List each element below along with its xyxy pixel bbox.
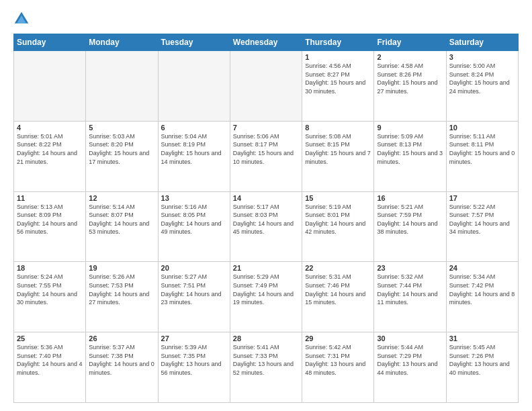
day-info: Sunrise: 5:39 AMSunset: 7:35 PMDaylight:…: [161, 343, 227, 377]
day-info: Sunrise: 5:34 AMSunset: 7:42 PMDaylight:…: [449, 273, 515, 306]
day-info: Sunrise: 5:11 AMSunset: 8:11 PMDaylight:…: [449, 132, 515, 166]
calendar-cell: 30Sunrise: 5:44 AMSunset: 7:29 PMDayligh…: [374, 332, 446, 403]
calendar-cell: 6Sunrise: 5:04 AMSunset: 8:19 PMDaylight…: [158, 121, 230, 191]
day-info: Sunrise: 5:16 AMSunset: 8:05 PMDaylight:…: [161, 203, 227, 236]
calendar-cell: 9Sunrise: 5:09 AMSunset: 8:13 PMDaylight…: [374, 121, 446, 191]
calendar-header-row: SundayMondayTuesdayWednesdayThursdayFrid…: [14, 34, 519, 51]
calendar-cell: [14, 51, 86, 122]
day-number: 24: [449, 264, 515, 272]
logo-icon: [13, 11, 30, 27]
day-info: Sunrise: 5:06 AMSunset: 8:17 PMDaylight:…: [233, 132, 299, 166]
calendar-table: SundayMondayTuesdayWednesdayThursdayFrid…: [13, 34, 519, 403]
day-info: Sunrise: 5:26 AMSunset: 7:53 PMDaylight:…: [89, 273, 154, 306]
calendar-week-1: 1Sunrise: 4:56 AMSunset: 8:27 PMDaylight…: [14, 51, 519, 122]
day-info: Sunrise: 4:58 AMSunset: 8:26 PMDaylight:…: [377, 62, 443, 95]
calendar-cell: 19Sunrise: 5:26 AMSunset: 7:53 PMDayligh…: [86, 262, 158, 332]
col-header-thursday: Thursday: [302, 34, 374, 51]
day-number: 13: [161, 194, 227, 202]
calendar-cell: 5Sunrise: 5:03 AMSunset: 8:20 PMDaylight…: [86, 121, 158, 191]
calendar-cell: 4Sunrise: 5:01 AMSunset: 8:22 PMDaylight…: [14, 121, 86, 191]
col-header-monday: Monday: [86, 34, 158, 51]
calendar-cell: 15Sunrise: 5:19 AMSunset: 8:01 PMDayligh…: [302, 191, 374, 262]
day-info: Sunrise: 5:37 AMSunset: 7:38 PMDaylight:…: [89, 343, 154, 377]
day-number: 25: [17, 334, 83, 342]
calendar-cell: 16Sunrise: 5:21 AMSunset: 7:59 PMDayligh…: [374, 191, 446, 262]
day-number: 2: [377, 53, 443, 61]
day-number: 8: [305, 124, 371, 132]
day-info: Sunrise: 5:03 AMSunset: 8:20 PMDaylight:…: [89, 132, 154, 166]
day-info: Sunrise: 4:56 AMSunset: 8:27 PMDaylight:…: [305, 62, 371, 95]
calendar-cell: 2Sunrise: 4:58 AMSunset: 8:26 PMDaylight…: [374, 51, 446, 122]
day-number: 19: [89, 264, 154, 272]
day-number: 31: [449, 334, 515, 342]
day-info: Sunrise: 5:41 AMSunset: 7:33 PMDaylight:…: [233, 343, 299, 377]
day-number: 29: [305, 334, 371, 342]
day-info: Sunrise: 5:13 AMSunset: 8:09 PMDaylight:…: [17, 203, 83, 236]
calendar-cell: 8Sunrise: 5:08 AMSunset: 8:15 PMDaylight…: [302, 121, 374, 191]
day-number: 3: [449, 53, 515, 61]
day-info: Sunrise: 5:32 AMSunset: 7:44 PMDaylight:…: [377, 273, 443, 306]
col-header-saturday: Saturday: [446, 34, 518, 51]
col-header-sunday: Sunday: [14, 34, 86, 51]
calendar-cell: 14Sunrise: 5:17 AMSunset: 8:03 PMDayligh…: [230, 191, 302, 262]
day-number: 5: [89, 124, 154, 132]
day-number: 4: [17, 124, 83, 132]
calendar-cell: 22Sunrise: 5:31 AMSunset: 7:46 PMDayligh…: [302, 262, 374, 332]
day-info: Sunrise: 5:01 AMSunset: 8:22 PMDaylight:…: [17, 132, 83, 166]
day-number: 28: [233, 334, 299, 342]
calendar-cell: 29Sunrise: 5:42 AMSunset: 7:31 PMDayligh…: [302, 332, 374, 403]
day-info: Sunrise: 5:21 AMSunset: 7:59 PMDaylight:…: [377, 203, 443, 236]
day-info: Sunrise: 5:08 AMSunset: 8:15 PMDaylight:…: [305, 132, 371, 166]
day-number: 10: [449, 124, 515, 132]
calendar-cell: [86, 51, 158, 122]
calendar-cell: 20Sunrise: 5:27 AMSunset: 7:51 PMDayligh…: [158, 262, 230, 332]
day-number: 23: [377, 264, 443, 272]
calendar-week-3: 11Sunrise: 5:13 AMSunset: 8:09 PMDayligh…: [14, 191, 519, 262]
calendar-cell: 25Sunrise: 5:36 AMSunset: 7:40 PMDayligh…: [14, 332, 86, 403]
day-info: Sunrise: 5:36 AMSunset: 7:40 PMDaylight:…: [17, 343, 83, 377]
calendar-cell: 3Sunrise: 5:00 AMSunset: 8:24 PMDaylight…: [446, 51, 518, 122]
day-info: Sunrise: 5:09 AMSunset: 8:13 PMDaylight:…: [377, 132, 443, 166]
day-number: 1: [305, 53, 371, 61]
day-number: 12: [89, 194, 154, 202]
day-number: 7: [233, 124, 299, 132]
day-number: 11: [17, 194, 83, 202]
day-number: 18: [17, 264, 83, 272]
calendar-cell: 13Sunrise: 5:16 AMSunset: 8:05 PMDayligh…: [158, 191, 230, 262]
logo: [13, 11, 32, 27]
day-number: 16: [377, 194, 443, 202]
day-info: Sunrise: 5:14 AMSunset: 8:07 PMDaylight:…: [89, 203, 154, 236]
calendar-cell: 11Sunrise: 5:13 AMSunset: 8:09 PMDayligh…: [14, 191, 86, 262]
day-info: Sunrise: 5:19 AMSunset: 8:01 PMDaylight:…: [305, 203, 371, 236]
calendar-cell: 28Sunrise: 5:41 AMSunset: 7:33 PMDayligh…: [230, 332, 302, 403]
col-header-friday: Friday: [374, 34, 446, 51]
header: [13, 11, 519, 27]
day-number: 30: [377, 334, 443, 342]
col-header-wednesday: Wednesday: [230, 34, 302, 51]
calendar-cell: 23Sunrise: 5:32 AMSunset: 7:44 PMDayligh…: [374, 262, 446, 332]
day-number: 9: [377, 124, 443, 132]
day-info: Sunrise: 5:17 AMSunset: 8:03 PMDaylight:…: [233, 203, 299, 236]
day-info: Sunrise: 5:44 AMSunset: 7:29 PMDaylight:…: [377, 343, 443, 377]
day-number: 26: [89, 334, 154, 342]
calendar-week-5: 25Sunrise: 5:36 AMSunset: 7:40 PMDayligh…: [14, 332, 519, 403]
day-info: Sunrise: 5:00 AMSunset: 8:24 PMDaylight:…: [449, 62, 515, 95]
calendar-cell: 7Sunrise: 5:06 AMSunset: 8:17 PMDaylight…: [230, 121, 302, 191]
col-header-tuesday: Tuesday: [158, 34, 230, 51]
calendar-cell: 18Sunrise: 5:24 AMSunset: 7:55 PMDayligh…: [14, 262, 86, 332]
calendar-cell: [158, 51, 230, 122]
calendar-cell: 27Sunrise: 5:39 AMSunset: 7:35 PMDayligh…: [158, 332, 230, 403]
day-number: 6: [161, 124, 227, 132]
day-number: 14: [233, 194, 299, 202]
day-number: 27: [161, 334, 227, 342]
calendar-cell: [230, 51, 302, 122]
calendar-cell: 31Sunrise: 5:45 AMSunset: 7:26 PMDayligh…: [446, 332, 518, 403]
day-number: 22: [305, 264, 371, 272]
calendar-week-2: 4Sunrise: 5:01 AMSunset: 8:22 PMDaylight…: [14, 121, 519, 191]
day-info: Sunrise: 5:22 AMSunset: 7:57 PMDaylight:…: [449, 203, 515, 236]
page: SundayMondayTuesdayWednesdayThursdayFrid…: [0, 0, 532, 411]
calendar-cell: 1Sunrise: 4:56 AMSunset: 8:27 PMDaylight…: [302, 51, 374, 122]
calendar-cell: 10Sunrise: 5:11 AMSunset: 8:11 PMDayligh…: [446, 121, 518, 191]
calendar-cell: 17Sunrise: 5:22 AMSunset: 7:57 PMDayligh…: [446, 191, 518, 262]
day-info: Sunrise: 5:42 AMSunset: 7:31 PMDaylight:…: [305, 343, 371, 377]
